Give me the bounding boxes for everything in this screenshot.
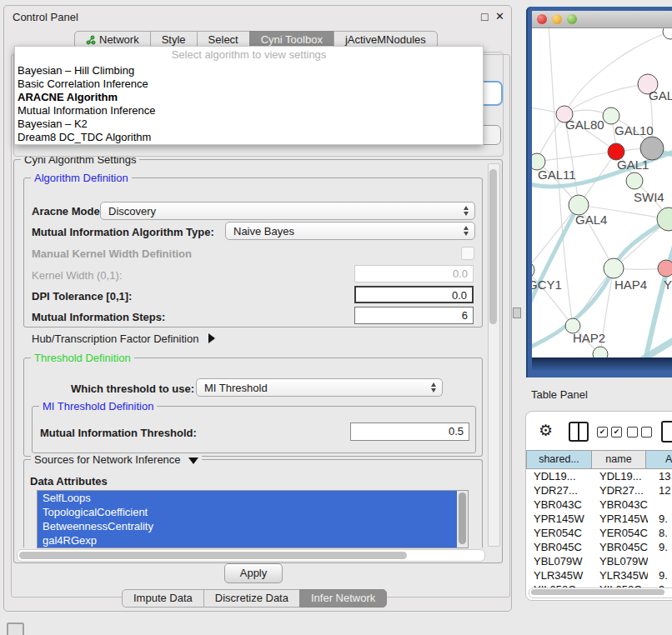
table-row[interactable]: YLR345WYLR345W9.: [527, 568, 672, 582]
table-cell[interactable]: YPR145W: [527, 512, 593, 526]
settings-horizontal-scrollbar-thumb[interactable]: [19, 552, 407, 559]
network-canvas[interactable]: GALGAL80GAL10GAL1GAL11SWI4GAL4GCY1HAP4YH…: [532, 28, 672, 358]
table-cell[interactable]: YBR043C: [593, 498, 648, 512]
table-cell[interactable]: YLR345W: [593, 568, 648, 582]
table-row[interactable]: YBR043CYBR043C: [527, 498, 672, 512]
table-cell[interactable]: [648, 498, 672, 512]
table-cell[interactable]: 12: [648, 483, 672, 498]
close-traffic-light[interactable]: [537, 14, 547, 24]
collapse-down-icon[interactable]: [188, 458, 198, 464]
menu-item-bayesian-hill-climbing[interactable]: Bayesian – Hill Climbing: [15, 64, 483, 78]
table-cell[interactable]: YBL079W: [527, 554, 593, 568]
apply-button[interactable]: Apply: [224, 563, 283, 583]
table-cell[interactable]: YBR045C: [593, 540, 648, 554]
list-item-topologicalcoefficient[interactable]: TopologicalCoefficient: [38, 505, 457, 519]
table-horizontal-scrollbar-thumb[interactable]: [531, 589, 664, 595]
manual-kernel-width-checkbox[interactable]: [461, 247, 474, 260]
mi-steps-field[interactable]: 6: [354, 307, 474, 324]
menu-item-mutual-information[interactable]: Mutual Information Inference: [15, 104, 483, 118]
deselect-checkbox-icon-1[interactable]: [627, 427, 638, 438]
settings-vertical-scrollbar[interactable]: [488, 163, 500, 547]
column-header-sharedname[interactable]: shared...: [526, 450, 592, 469]
table-cell[interactable]: 9.: [648, 540, 672, 554]
table-cell[interactable]: YLR345W: [527, 568, 593, 582]
table-cell[interactable]: 9.: [648, 568, 672, 582]
table-cell[interactable]: YER054C: [593, 526, 648, 540]
menu-item-basic-correlation[interactable]: Basic Correlation Inference: [15, 78, 483, 91]
node-label: Y: [664, 278, 672, 292]
table-row[interactable]: YBL079WYBL079W: [527, 554, 672, 568]
table-cell[interactable]: 9.: [648, 512, 672, 526]
partial-panel-icon[interactable]: [7, 622, 24, 635]
table-cell[interactable]: YDR27...: [593, 483, 648, 498]
menu-item-aracne[interactable]: ARACNE Algorithm: [15, 91, 483, 104]
attribute-list-scrollbar-thumb[interactable]: [459, 492, 466, 544]
table-cell[interactable]: YPR145W: [593, 512, 648, 526]
list-item-betweennesscentrality[interactable]: BetweennessCentrality: [38, 519, 457, 533]
hub-transcription-section[interactable]: Hub/Transcription Factor Definition: [32, 332, 215, 345]
table-row[interactable]: YDR27...YDR27...12: [527, 483, 672, 498]
expand-right-icon[interactable]: [208, 333, 215, 343]
network-node-swi4[interactable]: [626, 172, 643, 189]
table-cell[interactable]: YBR043C: [527, 498, 593, 512]
network-node-gal10[interactable]: [603, 108, 619, 124]
menu-item-bayesian-k2[interactable]: Bayesian – K2: [15, 118, 483, 131]
list-item-gal4rgexp[interactable]: gal4RGexp: [38, 533, 457, 548]
minimize-traffic-light[interactable]: [552, 14, 562, 24]
tab-discretize-data[interactable]: Discretize Data: [203, 589, 300, 608]
desktop: Control Panel □ ✕ Network Style Select: [0, 0, 672, 635]
menu-item-dream8[interactable]: Dream8 DC_TDC Algorithm: [15, 131, 483, 144]
table-cell[interactable]: YBL079W: [593, 554, 648, 568]
deselect-checkbox-icon-2[interactable]: [641, 427, 652, 438]
settings-horizontal-scrollbar[interactable]: [17, 549, 485, 562]
column-header-partial[interactable]: A: [645, 450, 672, 469]
table-cell[interactable]: YBR045C: [527, 540, 593, 554]
network-view-window[interactable]: GALGAL80GAL10GAL1GAL11SWI4GAL4GCY1HAP4YH…: [526, 7, 672, 378]
table-cell[interactable]: YDL19...: [527, 469, 593, 483]
gear-icon[interactable]: ⚙: [539, 421, 553, 440]
table-row[interactable]: YDL19...YDL19...13: [527, 469, 672, 483]
kernel-width-field[interactable]: 0.0: [354, 265, 474, 282]
network-node-gcy1[interactable]: [532, 262, 534, 278]
table-cell[interactable]: YER054C: [527, 526, 593, 540]
tab-infer-network[interactable]: Infer Network: [299, 589, 387, 608]
table-cell[interactable]: 13: [648, 469, 672, 483]
network-node-hap4[interactable]: [604, 258, 624, 278]
network-node[interactable]: [663, 28, 672, 39]
table-cell[interactable]: YDL19...: [593, 469, 648, 483]
table-row[interactable]: YBR045CYBR045C9.: [527, 540, 672, 554]
column-header-name[interactable]: name: [591, 450, 646, 469]
table-horizontal-scrollbar[interactable]: [529, 588, 672, 598]
panel-splitter-grip[interactable]: [513, 308, 521, 318]
mi-threshold-field[interactable]: 0.5: [350, 422, 469, 441]
dpi-tolerance-field[interactable]: 0.0: [354, 286, 474, 303]
network-node[interactable]: [593, 347, 608, 358]
zoom-traffic-light[interactable]: [567, 14, 577, 24]
select-all-checkbox-icon-1[interactable]: ✔: [597, 427, 608, 438]
aracne-mode-value: Discovery: [108, 205, 156, 218]
float-window-icon[interactable]: □: [481, 10, 488, 23]
tab-impute-data[interactable]: Impute Data: [122, 589, 204, 608]
split-columns-icon[interactable]: [569, 422, 589, 442]
table-cell[interactable]: 8.: [648, 526, 672, 540]
aracne-mode-select[interactable]: Discovery: [100, 202, 475, 220]
split-columns-icon-divider: [578, 423, 579, 440]
network-graph[interactable]: GALGAL80GAL10GAL1GAL11SWI4GAL4GCY1HAP4YH…: [532, 28, 672, 358]
table-cell[interactable]: YDR27...: [527, 483, 593, 498]
network-node[interactable]: [640, 137, 664, 160]
close-panel-icon[interactable]: ✕: [495, 10, 504, 22]
which-threshold-select[interactable]: MI Threshold: [196, 378, 443, 397]
mi-steps-label: Mutual Information Steps:: [32, 311, 165, 323]
attribute-list-scrollbar[interactable]: [457, 491, 468, 548]
table-row[interactable]: YPR145WYPR145W9.: [527, 512, 672, 526]
document-icon[interactable]: [661, 421, 672, 442]
list-item-selfloops[interactable]: SelfLoops: [38, 491, 457, 505]
network-window-titlebar[interactable]: [532, 11, 672, 28]
table-row[interactable]: YER054CYER054C8.: [527, 526, 672, 540]
data-attributes-list[interactable]: SelfLoops TopologicalCoefficient Between…: [37, 490, 469, 548]
table-cell[interactable]: [648, 554, 672, 568]
network-node-y[interactable]: [658, 260, 672, 277]
settings-vertical-scrollbar-thumb[interactable]: [489, 169, 497, 324]
select-all-checkbox-icon-2[interactable]: ✔: [611, 427, 622, 438]
mi-algorithm-type-select[interactable]: Naive Bayes: [225, 222, 475, 240]
